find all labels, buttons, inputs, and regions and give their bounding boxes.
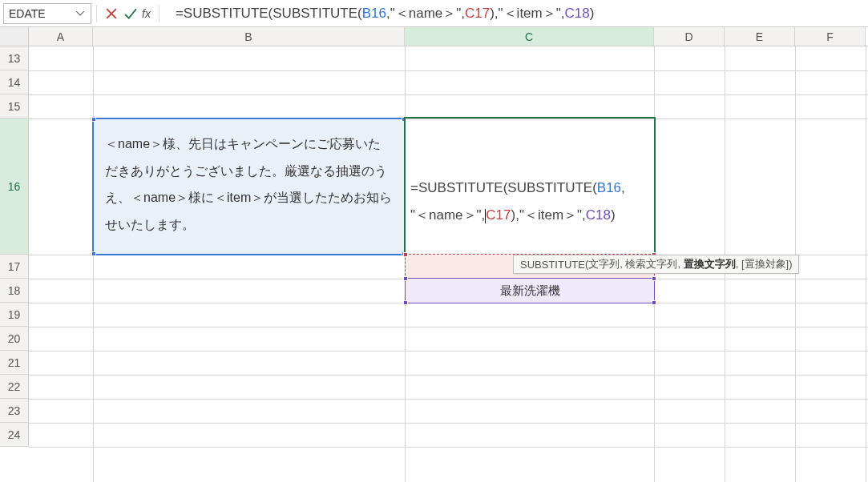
row-header-20[interactable]: 20: [0, 327, 29, 351]
row-header-14[interactable]: 14: [0, 70, 29, 94]
sheet-area: A B C D E F 13 14 15 16 17 18 19 20 21 2…: [0, 27, 868, 482]
row-header-17[interactable]: 17: [0, 255, 29, 279]
select-all-corner[interactable]: [0, 27, 29, 46]
fx-icon[interactable]: fx: [142, 7, 151, 20]
enter-icon[interactable]: [123, 6, 138, 21]
col-header-B[interactable]: B: [93, 27, 405, 46]
col-header-A[interactable]: A: [29, 27, 93, 46]
formula-bar: EDATE fx =SUBSTITUTE(SUBSTITUTE(B16,"＜na…: [0, 0, 868, 27]
row-header-23[interactable]: 23: [0, 399, 29, 423]
name-box[interactable]: EDATE: [3, 3, 91, 24]
cell-C18[interactable]: 最新洗濯機: [406, 279, 654, 303]
cancel-icon[interactable]: [104, 6, 119, 21]
cell-B16[interactable]: ＜name＞様、先日はキャンペーンにご応募いただきありがとうございました。厳選な…: [93, 118, 405, 255]
function-tooltip: SUBSTITUTE(文字列, 検索文字列, 置換文字列, [置換対象]): [513, 255, 799, 274]
row-header-21[interactable]: 21: [0, 351, 29, 375]
row-header-19[interactable]: 19: [0, 303, 29, 327]
separator: [159, 5, 159, 22]
cells-area[interactable]: ＜name＞様、先日はキャンペーンにご応募いただきありがとうございました。厳選な…: [29, 46, 868, 482]
row-header-13[interactable]: 13: [0, 46, 29, 70]
formula-input[interactable]: =SUBSTITUTE(SUBSTITUTE(B16,"＜name＞",C17)…: [171, 3, 865, 24]
row-header-22[interactable]: 22: [0, 375, 29, 399]
row-header-16[interactable]: 16: [0, 118, 29, 255]
column-headers: A B C D E F: [0, 27, 868, 46]
row-header-24[interactable]: 24: [0, 423, 29, 447]
row-header-18[interactable]: 18: [0, 279, 29, 303]
separator: [96, 5, 97, 22]
chevron-down-icon[interactable]: [75, 8, 86, 19]
cell-C16[interactable]: =SUBSTITUTE(SUBSTITUTE(B16, "＜name＞",C17…: [406, 118, 654, 255]
col-header-F[interactable]: F: [795, 27, 866, 46]
col-header-D[interactable]: D: [654, 27, 725, 46]
col-header-C[interactable]: C: [405, 27, 654, 46]
col-header-E[interactable]: E: [725, 27, 795, 46]
row-headers: 13 14 15 16 17 18 19 20 21 22 23 24: [0, 46, 29, 482]
row-header-15[interactable]: 15: [0, 94, 29, 118]
name-box-value: EDATE: [9, 7, 75, 20]
